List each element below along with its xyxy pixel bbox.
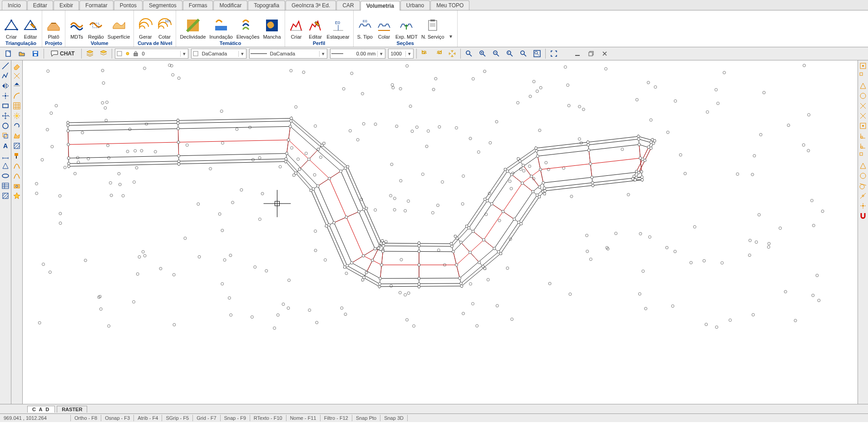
view-tab-raster[interactable]: RASTER	[57, 406, 87, 413]
color-combo[interactable]: DaCamada ▾	[191, 49, 247, 59]
hatch-tool[interactable]	[1, 191, 10, 200]
zoom-extents-button[interactable]	[532, 48, 542, 59]
rect-tool[interactable]	[1, 101, 10, 110]
ribbon-decliv[interactable]: Declividade	[178, 18, 207, 40]
line-tool[interactable]	[1, 61, 10, 70]
ribbon-perfil-editar[interactable]: Editar	[306, 18, 325, 40]
ribbon-perfil-criar[interactable]: Criar	[287, 18, 306, 40]
menu-tab-urbano[interactable]: Urbano	[400, 0, 430, 10]
grid-tool[interactable]	[12, 101, 21, 110]
node-tool[interactable]	[858, 201, 868, 210]
menu-tab-editar[interactable]: Editar	[27, 0, 53, 10]
save-file-button[interactable]	[30, 48, 41, 59]
osnap-tool[interactable]	[858, 121, 868, 130]
menu-tab-geoincra3ed[interactable]: GeoIncra 3ª Ed.	[286, 0, 336, 10]
fullscreen-button[interactable]	[548, 48, 559, 59]
triangle-tool[interactable]	[1, 161, 10, 170]
end-tool[interactable]	[858, 151, 868, 160]
undo-button[interactable]	[419, 48, 430, 59]
menu-tab-car[interactable]: CAR	[336, 0, 360, 10]
status-toggle-sgripf5[interactable]: SGrip - F5	[162, 415, 193, 421]
paint-tool[interactable]	[12, 151, 21, 160]
menu-tab-modificar[interactable]: Modificar	[213, 0, 247, 10]
status-toggle-nomef11[interactable]: Nome - F11	[286, 415, 321, 421]
chat-button[interactable]: CHAT	[47, 50, 79, 57]
osnap-tool[interactable]	[858, 61, 868, 70]
star-tool[interactable]	[12, 191, 21, 200]
menu-tab-segmentos[interactable]: Segmentos	[143, 0, 182, 10]
ribbon-nservico[interactable]: N. Serviço	[419, 18, 446, 40]
close-button[interactable]	[599, 48, 610, 59]
mirror-tool[interactable]	[1, 81, 10, 90]
mid-tool[interactable]	[858, 161, 868, 170]
menu-tab-formas[interactable]: Formas	[183, 0, 213, 10]
offset-tool[interactable]	[1, 131, 10, 140]
layer-combo[interactable]: 0 ▾	[115, 49, 188, 59]
status-toggle-osnapf3[interactable]: Osnap - F3	[101, 415, 134, 421]
poly-tool[interactable]	[12, 131, 21, 140]
menu-tab-pontos[interactable]: Pontos	[114, 0, 143, 10]
ribbon-colar[interactable]: Colar	[375, 18, 394, 40]
ribbon-mancha[interactable]: Mancha	[261, 18, 282, 40]
pan-button[interactable]	[447, 48, 458, 59]
zoom-realtime-button[interactable]	[464, 48, 474, 59]
ribbon-tri-edit[interactable]: Editar	[21, 18, 40, 40]
status-toggle-filtrof12[interactable]: Filtro - F12	[320, 415, 352, 421]
dim-tool[interactable]	[1, 151, 10, 160]
drawing-canvas[interactable]	[23, 60, 858, 404]
perp-tool[interactable]	[858, 141, 868, 150]
curve-tool[interactable]	[12, 161, 21, 170]
restore-button[interactable]	[586, 48, 597, 59]
cen-tool[interactable]	[858, 171, 868, 180]
status-toggle-snapf9[interactable]: Snap - F9	[220, 415, 250, 421]
circle-tool[interactable]	[1, 121, 10, 130]
ribbon-tri-create[interactable]: Criar	[2, 18, 21, 40]
menu-tab-volumetria[interactable]: Volumetria	[360, 1, 400, 10]
magnet-tool[interactable]	[858, 211, 868, 220]
view-tab-cad[interactable]: C A D	[27, 406, 55, 413]
ribbon-regiao[interactable]: Região	[86, 18, 106, 40]
status-toggle-snappto[interactable]: Snap Pto	[352, 415, 380, 421]
ribbon-curva-cotar[interactable]: 101Cotar	[155, 18, 174, 40]
ribbon-plato[interactable]: Platô	[44, 18, 63, 40]
ribbon-inund[interactable]: Inundação	[207, 18, 234, 40]
ribbon-expmdt[interactable]: Exp. MDT	[394, 18, 419, 40]
menu-tab-incio[interactable]: Início	[2, 0, 27, 10]
status-toggle-gridf7[interactable]: Grid - F7	[192, 415, 220, 421]
scale-combo[interactable]: 1000 ▾	[388, 49, 414, 59]
zoom-in-button[interactable]	[477, 48, 488, 59]
ribbon-superficie[interactable]: Superfície	[106, 18, 132, 40]
table-tool[interactable]	[1, 181, 10, 190]
move-tool[interactable]	[1, 111, 10, 120]
cen-tool[interactable]	[858, 91, 868, 100]
curve-tool[interactable]	[12, 171, 21, 180]
explode-tool[interactable]	[12, 111, 21, 120]
status-toggle-atribf4[interactable]: Atrib - F4	[133, 415, 162, 421]
zoom-previous-button[interactable]	[504, 48, 515, 59]
point-tool[interactable]	[1, 91, 10, 100]
mirror2-tool[interactable]	[12, 81, 21, 90]
mid-tool[interactable]	[858, 81, 868, 90]
trim-tool[interactable]	[12, 71, 21, 80]
menu-tab-exibir[interactable]: Exibir	[54, 0, 79, 10]
tan-tool[interactable]	[858, 181, 868, 190]
int-tool[interactable]	[858, 101, 868, 110]
ribbon-more-button[interactable]: ▾	[446, 33, 455, 40]
zoom-out-button[interactable]	[491, 48, 502, 59]
ribbon-curva-gerar[interactable]: Gerar	[136, 18, 155, 40]
status-toggle-rtextof10[interactable]: RTexto - F10	[250, 415, 286, 421]
menu-tab-meutopo[interactable]: Meu TOPO	[430, 0, 469, 10]
minimize-button[interactable]	[572, 48, 583, 59]
lineweight-combo[interactable]: 0.00 mm ▾	[330, 49, 385, 59]
int-tool[interactable]	[858, 111, 868, 120]
layer-states-button[interactable]	[98, 48, 109, 59]
ellipse-tool[interactable]	[1, 171, 10, 180]
ribbon-stipo[interactable]: E0S. Tipo	[355, 18, 375, 40]
rotate-tool[interactable]	[12, 121, 21, 130]
status-toggle-orthof8[interactable]: Ortho - F8	[70, 415, 101, 421]
layers-button[interactable]	[84, 48, 95, 59]
arc-tool[interactable]	[12, 91, 21, 100]
open-file-button[interactable]	[16, 48, 27, 59]
hatch-tool[interactable]	[12, 141, 21, 150]
eraser-tool[interactable]	[12, 61, 21, 70]
